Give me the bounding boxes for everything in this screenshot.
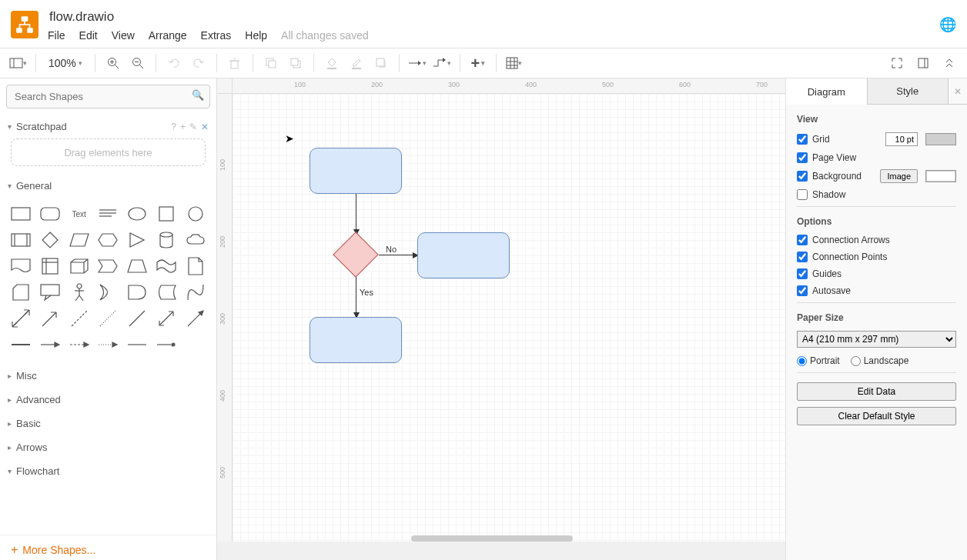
background-checkbox[interactable] — [797, 171, 808, 182]
pageview-checkbox[interactable] — [797, 152, 808, 163]
conn-points-checkbox[interactable] — [797, 252, 808, 262]
shape-data-storage[interactable] — [153, 281, 179, 304]
shape-trapezoid[interactable] — [124, 255, 150, 278]
landscape-radio[interactable] — [851, 356, 861, 366]
shape-link-dotted[interactable] — [95, 333, 122, 356]
shape-card[interactable] — [8, 281, 34, 304]
zoom-in-button[interactable] — [102, 52, 125, 75]
connection-button[interactable]: ▾ — [406, 52, 429, 75]
portrait-radio[interactable] — [797, 356, 807, 366]
shape-link-plain[interactable] — [124, 333, 150, 356]
shape-parallelogram[interactable] — [66, 228, 92, 252]
search-icon[interactable]: 🔍 — [192, 89, 204, 101]
conn-arrows-checkbox[interactable] — [797, 235, 808, 245]
shape-and[interactable] — [124, 281, 150, 304]
section-general[interactable]: ▾General — [0, 174, 216, 198]
section-misc[interactable]: ▸Misc — [0, 364, 216, 388]
shape-curve[interactable] — [182, 281, 209, 304]
zoom-out-button[interactable] — [126, 52, 149, 75]
shape-hexagon[interactable] — [95, 228, 122, 252]
shape-ellipse[interactable] — [124, 202, 150, 225]
format-close-icon[interactable]: ✕ — [949, 78, 967, 105]
shape-bidir-connector[interactable] — [153, 307, 179, 330]
scratchpad-dropzone[interactable]: Drag elements here — [11, 138, 206, 166]
shape-note[interactable] — [182, 255, 209, 278]
shape-link-dashed[interactable] — [37, 333, 63, 356]
shape-callout[interactable] — [37, 281, 63, 304]
shape-line[interactable] — [124, 307, 150, 330]
waypoint-button[interactable]: ▾ — [430, 52, 453, 75]
grid-checkbox[interactable] — [797, 134, 808, 145]
label-yes[interactable]: Yes — [359, 288, 374, 297]
background-image-button[interactable]: Image — [880, 169, 918, 183]
horizontal-scrollbar[interactable] — [411, 535, 573, 542]
to-front-button[interactable] — [259, 52, 283, 75]
shape-rectangle[interactable] — [8, 202, 34, 225]
line-color-button[interactable] — [345, 52, 368, 75]
node-start[interactable] — [310, 148, 402, 194]
background-color-swatch[interactable] — [925, 170, 956, 182]
shape-or[interactable] — [95, 281, 122, 304]
shape-text[interactable]: Text — [66, 202, 92, 225]
scratchpad-help-icon[interactable]: ? — [171, 122, 176, 132]
autosave-checkbox[interactable] — [797, 285, 808, 296]
edge-1[interactable] — [356, 194, 356, 231]
menu-view[interactable]: View — [112, 29, 135, 42]
shape-diamond[interactable] — [37, 228, 63, 252]
edit-data-button[interactable]: Edit Data — [797, 382, 956, 401]
fullscreen-button[interactable] — [885, 52, 908, 75]
search-input[interactable] — [6, 85, 210, 108]
clear-style-button[interactable]: Clear Default Style — [797, 407, 956, 425]
section-arrows[interactable]: ▸Arrows — [0, 435, 216, 459]
shadow-button[interactable] — [370, 52, 393, 75]
tab-diagram[interactable]: Diagram — [786, 78, 868, 105]
format-panel-toggle[interactable] — [912, 52, 935, 75]
undo-button[interactable] — [162, 52, 186, 75]
shape-process[interactable] — [8, 228, 34, 252]
shape-bidirectional-arrow[interactable] — [8, 307, 34, 330]
filename[interactable]: flow.drawio — [48, 8, 369, 28]
label-no[interactable]: No — [385, 245, 397, 254]
shape-textbox[interactable] — [95, 202, 122, 225]
shape-link-dashed2[interactable] — [66, 333, 92, 356]
shape-rounded-rect[interactable] — [37, 202, 63, 225]
grid-size-input[interactable] — [885, 132, 918, 146]
scratchpad-edit-icon[interactable]: ✎ — [189, 122, 197, 132]
delete-button[interactable] — [223, 52, 246, 75]
app-logo[interactable] — [11, 11, 38, 38]
shape-link[interactable] — [8, 333, 34, 356]
shape-square[interactable] — [153, 202, 179, 225]
shape-step[interactable] — [95, 255, 122, 278]
shape-link-thick[interactable] — [153, 333, 179, 356]
shape-directional[interactable] — [182, 307, 209, 330]
edge-no[interactable] — [379, 255, 414, 255]
section-flowchart[interactable]: ▾Flowchart — [0, 459, 216, 483]
scratchpad-header[interactable]: ▾Scratchpad ? + ✎ ✕ — [0, 115, 216, 138]
paper-size-select[interactable]: A4 (210 mm x 297 mm) — [797, 331, 956, 348]
shape-triangle[interactable] — [124, 228, 150, 252]
menu-file[interactable]: File — [48, 29, 65, 42]
tab-style[interactable]: Style — [868, 78, 949, 105]
shape-cylinder[interactable] — [153, 228, 179, 252]
guides-checkbox[interactable] — [797, 268, 808, 279]
edge-yes[interactable] — [356, 277, 356, 314]
shape-dotted-line[interactable] — [95, 307, 122, 330]
menu-edit[interactable]: Edit — [79, 29, 98, 42]
insert-button[interactable]: +▾ — [467, 52, 490, 75]
scratchpad-add-icon[interactable]: + — [180, 122, 186, 132]
canvas[interactable]: ➤ No Yes — [233, 94, 785, 542]
drawing-page[interactable]: ➤ No Yes — [233, 94, 785, 542]
table-button[interactable]: ▾ — [503, 52, 526, 75]
fill-color-button[interactable] — [320, 52, 343, 75]
menu-help[interactable]: Help — [245, 29, 267, 42]
section-advanced[interactable]: ▸Advanced — [0, 388, 216, 412]
sidebar-toggle-button[interactable]: ▾ — [6, 52, 29, 75]
scratchpad-close-icon[interactable]: ✕ — [201, 122, 209, 132]
shape-actor[interactable] — [66, 281, 92, 304]
to-back-button[interactable] — [284, 52, 307, 75]
grid-color-swatch[interactable] — [925, 133, 956, 145]
menu-extras[interactable]: Extras — [201, 29, 232, 42]
node-bottom[interactable] — [310, 317, 402, 363]
shape-cloud[interactable] — [182, 228, 209, 252]
redo-button[interactable] — [187, 52, 210, 75]
